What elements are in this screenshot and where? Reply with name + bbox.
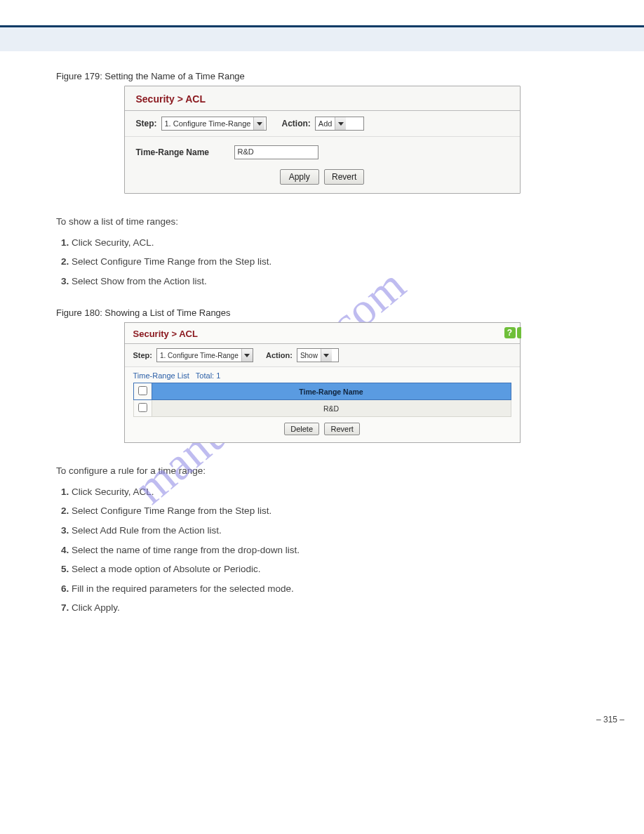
help-icon[interactable]: ? [504,327,516,338]
figure1-panel: Security > ACL Step: 1. Configure Time-R… [124,86,521,194]
step-select-value: 1. Configure Time-Range [165,119,254,128]
row-select-cell [133,400,152,417]
instr2-step: Select a mode option of Absolute or Peri… [72,564,260,574]
instr1-step: Select Show from the Action list. [72,276,207,286]
action-label: Action: [266,351,293,359]
column-header-name: Time-Range Name [152,383,511,400]
action-select-value: Show [300,352,321,359]
figure1-form-row: Time-Range Name R&D [125,137,520,164]
page-number: – 315 – [0,699,644,737]
select-all-header [133,383,152,400]
action-select[interactable]: Show [297,348,339,362]
instr2-heading: To configure a rule for a time range: [56,464,588,478]
figure1-label: Figure 179: Setting the Name of a Time R… [56,71,588,81]
instr2-step: Select Add Rule from the Action list. [72,525,222,536]
row-checkbox[interactable] [138,403,147,412]
select-all-checkbox[interactable] [138,386,147,395]
chevron-down-icon [253,117,264,130]
step-label: Step: [133,351,153,359]
instr1-heading: To show a list of time ranges: [56,215,588,229]
instructions-configure-rule: To configure a rule for a time range: Cl… [56,464,588,615]
chevron-down-icon [321,349,332,362]
list-total-label: Total: [196,371,214,380]
action-label: Action: [282,119,311,128]
time-range-name-label: Time-Range Name [136,147,220,157]
apply-button[interactable]: Apply [280,169,319,185]
chevron-down-icon [241,349,253,362]
figure2-button-row: Delete Revert [125,417,520,442]
row-name-cell: R&D [152,400,511,417]
instr1-step: Select Configure Time Range from the Ste… [72,256,271,267]
revert-button[interactable]: Revert [324,169,364,185]
figure2-title: Security > ACL [125,323,520,344]
figure2-panel: Security > ACL ? Step: 1. Configure Time… [124,322,521,443]
instr2-step: Select the name of time range from the d… [72,545,300,555]
revert-button[interactable]: Revert [324,423,359,435]
chevron-down-icon [335,117,346,130]
action-select[interactable]: Add [315,117,364,131]
action-select-value: Add [318,119,335,128]
step-select[interactable]: 1. Configure Time-Range [161,117,267,131]
figure1-button-row: Apply Revert [125,164,520,193]
figure2-control-row: Step: 1. Configure Time-Range Action: Sh… [125,344,520,367]
instr1-step: Click Security, ACL. [72,237,154,248]
header-band [0,27,644,51]
instructions-show-list: To show a list of time ranges: Click Sec… [56,215,588,288]
figure1-control-row: Step: 1. Configure Time-Range Action: Ad… [125,111,520,137]
time-range-list-caption: Time-Range List Total: 1 [125,367,520,383]
page-body: manualshive.com Figure 179: Setting the … [0,71,644,699]
time-range-table: Time-Range Name R&D [133,383,511,417]
step-label: Step: [136,119,157,128]
instr2-step: Select Configure Time Range from the Ste… [72,505,271,516]
figure2-label: Figure 180: Showing a List of Time Range… [56,307,588,318]
instr2-step: Click Security, ACL. [72,486,154,497]
help-badges: ? [504,327,521,338]
help-icon[interactable] [517,327,521,338]
figure1-title: Security > ACL [125,86,520,111]
list-caption-text: Time-Range List [133,371,189,380]
delete-button[interactable]: Delete [284,423,319,435]
instr2-step: Fill in the required parameters for the … [72,583,294,594]
time-range-name-input[interactable]: R&D [234,145,318,159]
step-select-value: 1. Configure Time-Range [160,352,241,359]
table-row: R&D [133,400,511,417]
instr2-step: Click Apply. [72,602,120,613]
list-total-value: 1 [216,371,220,380]
step-select[interactable]: 1. Configure Time-Range [156,348,253,362]
